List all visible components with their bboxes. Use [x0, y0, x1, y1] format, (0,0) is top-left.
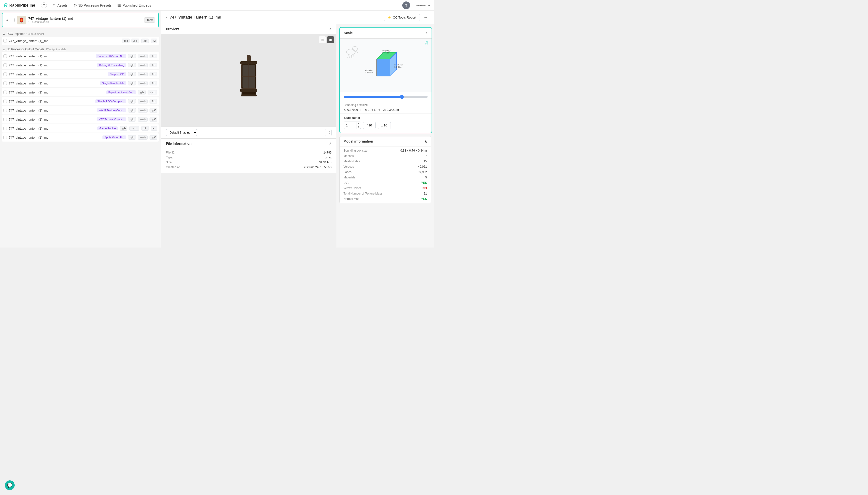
preview-canvas: ⊞ ◼: [161, 34, 336, 127]
fmt-plus: +2: [151, 38, 157, 43]
mi-uvs-label: UVs: [343, 181, 396, 185]
svg-rect-6: [240, 89, 258, 92]
item-tag-6: WebP Texture Com...: [97, 108, 126, 112]
item-fmt-usdz-4: .usdz: [147, 90, 157, 95]
avatar[interactable]: T: [402, 1, 410, 9]
item-checkbox-5[interactable]: [3, 100, 7, 103]
grid-toggle[interactable]: ⊞: [319, 36, 326, 43]
item-fmt-usdz-9: .usdz: [138, 135, 147, 140]
svg-line-15: [355, 51, 358, 53]
list-item[interactable]: 747_vintage_lantern (1)_md KTX Texture C…: [2, 115, 159, 123]
help-button[interactable]: ?: [41, 2, 47, 8]
left-panel: ∧ 🏮 747_vintage_lantern (1)_md 18 output…: [0, 11, 161, 248]
list-item[interactable]: 747_vintage_lantern (1)_md Simple LOD .g…: [2, 70, 159, 78]
model-header-checkbox[interactable]: [11, 18, 15, 22]
output-count: 17 output models: [46, 48, 66, 51]
file-info-chevron: ∧: [329, 141, 332, 146]
item-tag-2: Simple LOD: [108, 72, 126, 76]
model-info-header[interactable]: Model information ∧: [340, 136, 431, 147]
scale-multiply-button[interactable]: x 10: [378, 122, 391, 129]
item-checkbox-8[interactable]: [3, 127, 7, 130]
dark-toggle[interactable]: ◼: [327, 36, 334, 43]
dcc-count: 1 output model: [26, 32, 44, 35]
file-info-title-row[interactable]: File Information ∧: [161, 139, 336, 149]
item-fmt-glb-8: .glb: [120, 126, 128, 131]
item-checkbox-0[interactable]: [3, 54, 7, 58]
item-fmt-gltf-6: .gltf: [149, 108, 157, 113]
bbox-x-value: 0.37926 m: [348, 108, 361, 112]
list-item[interactable]: 747_vintage_lantern (1)_md Preserve UVs …: [2, 52, 159, 60]
item-checkbox-1[interactable]: [3, 64, 7, 67]
scale-collapse-icon[interactable]: ∧: [425, 31, 428, 35]
item-checkbox-2[interactable]: [3, 72, 7, 76]
qc-button[interactable]: ⚡ QC Tools Report: [384, 14, 420, 21]
item-checkbox-9[interactable]: [3, 136, 7, 139]
scale-up-arrow[interactable]: ▲: [356, 122, 361, 125]
preview-title: Preview: [166, 27, 179, 31]
mi-meshnodes-value: 15: [400, 160, 427, 163]
output-section-header[interactable]: ∧ 3D Processor Output Models 17 output m…: [2, 46, 159, 52]
item-fmt-fbx-5: .fbx: [149, 99, 157, 103]
svg-text:0.7618m: 0.7618m: [382, 52, 389, 54]
dcc-section-header[interactable]: ∧ DCC Importer 1 output model: [2, 30, 159, 37]
dcc-item[interactable]: 747_vintage_lantern (1)_md .fbx .glb .gl…: [2, 37, 159, 45]
scale-input-box: ▲ ▼: [344, 122, 361, 129]
scale-input[interactable]: [344, 122, 356, 129]
item-fmt-glb-6: .glb: [128, 108, 136, 113]
item-tag-8: Game Engine: [98, 126, 118, 130]
item-fmt-usdz-1: .usdz: [138, 63, 147, 67]
mi-vertexcolors-label: Vertex Colors: [343, 187, 396, 190]
list-item[interactable]: 747_vintage_lantern (1)_md Single-Item M…: [2, 79, 159, 87]
list-item[interactable]: 747_vintage_lantern (1)_md Apple Vision …: [2, 133, 159, 141]
bbox-y-label: Y:: [365, 108, 367, 112]
scale-header: Scale ∧: [340, 28, 431, 38]
bbox-z-value: 0.3421 m: [387, 108, 399, 112]
nav-assets[interactable]: ⟳ Assets: [53, 3, 68, 7]
expand-icon[interactable]: ›: [166, 16, 167, 19]
item-checkbox-4[interactable]: [3, 90, 7, 94]
item-checkbox-3[interactable]: [3, 82, 7, 85]
svg-text:0.3793m: 0.3793m: [365, 71, 373, 73]
mi-texturemaps-value: 21: [400, 192, 427, 195]
item-name-6: 747_vintage_lantern (1)_md: [9, 108, 95, 112]
lantern-preview: [229, 53, 268, 107]
list-item[interactable]: 747_vintage_lantern (1)_md Simple LOD Co…: [2, 97, 159, 105]
scale-down-arrow[interactable]: ▼: [356, 125, 361, 129]
scale-input-arrows: ▲ ▼: [356, 122, 361, 129]
scale-visual: R height (y): 0.761: [340, 38, 431, 92]
item-fmt-fbx-1: .fbx: [149, 63, 157, 67]
list-item[interactable]: 747_vintage_lantern (1)_md Experiment Wo…: [2, 88, 159, 97]
item-fmt-glb-3: .glb: [128, 81, 136, 85]
list-item[interactable]: 747_vintage_lantern (1)_md Baking & Reme…: [2, 61, 159, 69]
scale-divide-button[interactable]: / 10: [363, 122, 376, 129]
presets-icon: ⚙: [73, 3, 77, 7]
list-item[interactable]: 747_vintage_lantern (1)_md WebP Texture …: [2, 106, 159, 115]
more-button[interactable]: ···: [422, 14, 429, 21]
dcc-item-checkbox[interactable]: [3, 39, 7, 42]
preview-controls: ⊞ ◼: [319, 36, 334, 43]
nav-embeds[interactable]: ▦ Published Embeds: [117, 3, 151, 7]
bbox-y-value: 0.7617 m: [368, 108, 380, 112]
item-name-2: 747_vintage_lantern (1)_md: [9, 72, 106, 76]
rp-logo-small: R: [425, 41, 428, 46]
shading-select[interactable]: Default Shading Wireframe UV Map: [166, 129, 197, 136]
logo-area: R RapidPipeline: [4, 2, 35, 8]
collapse-button[interactable]: ∧: [6, 18, 8, 22]
item-fmt-usdz-0: .usdz: [138, 54, 147, 58]
scale-slider[interactable]: [344, 96, 428, 98]
preview-title-row[interactable]: Preview ∧: [161, 24, 336, 34]
embeds-icon: ▦: [117, 3, 121, 7]
nav-presets[interactable]: ⚙ 3D Processor Presets: [73, 3, 111, 7]
item-checkbox-6[interactable]: [3, 108, 7, 112]
fullscreen-button[interactable]: ⛶: [325, 129, 332, 136]
scale-factor-inputs: ▲ ▼ / 10 x 10: [344, 122, 428, 129]
right-title-bar: › 747_vintage_lantern (1)_md ⚡ QC Tools …: [161, 11, 434, 24]
list-item[interactable]: 747_vintage_lantern (1)_md Game Engine .…: [2, 124, 159, 133]
item-checkbox-7[interactable]: [3, 118, 7, 121]
model-info-title: Model information: [343, 139, 373, 143]
mi-meshes-value: 7: [400, 154, 427, 158]
item-tag-3: Single-Item Mobile: [100, 81, 126, 85]
preview-plus-info: Preview ∧: [161, 24, 336, 248]
svg-text:0.3421m: 0.3421m: [394, 66, 402, 68]
item-fmt-fbx-3: .fbx: [149, 81, 157, 85]
